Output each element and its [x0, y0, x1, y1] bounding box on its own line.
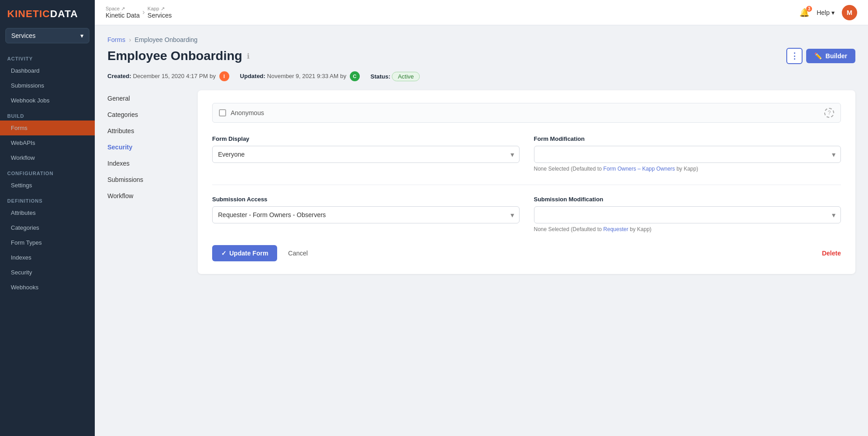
form-modification-label: Form Modification: [534, 135, 841, 142]
more-options-button[interactable]: ⋮: [786, 48, 803, 64]
security-form-panel: Anonymous ? Form Display Everyone Authen…: [198, 90, 855, 274]
anonymous-left: Anonymous: [219, 109, 264, 116]
sidebar: KINETICDATA Services ▾ Activity Dashboar…: [0, 0, 95, 436]
form-modification-select[interactable]: [534, 146, 841, 163]
notification-bell[interactable]: 🔔 3: [799, 8, 809, 18]
form-nav-security[interactable]: Security: [107, 139, 198, 155]
topbar-chevron-icon: ›: [142, 8, 144, 16]
breadcrumb-forms-link[interactable]: Forms: [107, 36, 125, 43]
sidebar-item-def-attributes[interactable]: Attributes: [0, 205, 95, 220]
form-display-select-wrapper: Everyone Authenticated Users Form Owners…: [212, 146, 520, 163]
created-value: December 15, 2020 4:17 PM by: [133, 73, 216, 79]
topbar-right: 🔔 3 Help ▾ M: [799, 5, 857, 20]
form-nav-submissions[interactable]: Submissions: [107, 172, 198, 188]
form-nav-indexes[interactable]: Indexes: [107, 155, 198, 172]
services-dropdown[interactable]: Services ▾: [5, 28, 89, 43]
sidebar-item-def-webhooks[interactable]: Webhooks: [0, 280, 95, 295]
created-user-dot: I: [219, 71, 229, 81]
sidebar-item-dashboard[interactable]: Dashboard: [0, 63, 95, 78]
form-modification-group: Form Modification None Selected (Default…: [534, 135, 841, 172]
help-label: Help: [817, 9, 830, 16]
form-display-select[interactable]: Everyone Authenticated Users Form Owners…: [212, 146, 520, 163]
submission-modification-hint-link[interactable]: Requester: [603, 226, 628, 232]
anonymous-checkbox[interactable]: [219, 109, 226, 116]
logo: KINETICDATA: [0, 0, 95, 28]
kapp-name: Services: [148, 12, 172, 19]
sidebar-item-forms[interactable]: Forms: [0, 121, 95, 135]
content-area: Forms › Employee Onboarding Employee Onb…: [95, 25, 868, 436]
breadcrumb-chevron-icon: ›: [129, 36, 131, 43]
sidebar-item-workflow[interactable]: Workflow: [0, 150, 95, 165]
form-nav: General Categories Attributes Security I…: [107, 90, 198, 274]
kapp-nav[interactable]: Kapp ↗ Services: [148, 6, 172, 19]
updated-label: Updated:: [240, 73, 265, 79]
page-title: Employee Onboarding: [107, 49, 242, 63]
chevron-down-icon: ▾: [831, 9, 835, 16]
section-divider: [212, 185, 841, 185]
page-header: Employee Onboarding ℹ ⋮ ✏️ Builder: [107, 48, 855, 64]
builder-label: Builder: [826, 52, 847, 60]
sidebar-item-webhook-jobs[interactable]: Webhook Jobs: [0, 93, 95, 108]
kapp-label: Kapp ↗: [148, 6, 172, 12]
sidebar-item-settings[interactable]: Settings: [0, 178, 95, 193]
form-actions: ✓ Update Form Cancel Delete: [212, 245, 841, 261]
status-badge: Active: [392, 72, 419, 81]
anonymous-help-icon[interactable]: ?: [824, 108, 834, 118]
form-nav-categories[interactable]: Categories: [107, 107, 198, 123]
update-form-button[interactable]: ✓ Update Form: [212, 245, 277, 261]
info-icon[interactable]: ℹ: [247, 52, 250, 60]
form-nav-general[interactable]: General: [107, 90, 198, 107]
update-form-label: Update Form: [229, 250, 268, 257]
delete-button[interactable]: Delete: [822, 250, 841, 257]
submission-modification-select-wrapper: [534, 206, 841, 223]
chevron-down-icon: ▾: [80, 32, 84, 39]
form-nav-attributes[interactable]: Attributes: [107, 123, 198, 139]
sidebar-item-def-indexes[interactable]: Indexes: [0, 250, 95, 265]
created-label: Created:: [107, 73, 131, 79]
form-layout: General Categories Attributes Security I…: [107, 90, 855, 274]
submission-modification-group: Submission Modification None Selected (D…: [534, 196, 841, 232]
breadcrumb: Forms › Employee Onboarding: [107, 36, 855, 43]
sidebar-item-def-form-types[interactable]: Form Types: [0, 235, 95, 250]
logo-kinetic: KINETIC: [7, 8, 50, 19]
builder-button[interactable]: ✏️ Builder: [806, 49, 855, 63]
header-actions: ⋮ ✏️ Builder: [786, 48, 855, 64]
build-section-label: Build: [0, 108, 95, 121]
configuration-section-label: Configuration: [0, 165, 95, 178]
topbar-breadcrumb: Space ↗ Kinetic Data › Kapp ↗ Services: [106, 6, 172, 19]
space-label: Space ↗: [106, 6, 139, 12]
form-display-group: Form Display Everyone Authenticated User…: [212, 135, 520, 172]
sidebar-item-webapis[interactable]: WebAPIs: [0, 135, 95, 150]
submission-access-select-wrapper: Requester - Form Owners - Observers Ever…: [212, 206, 520, 223]
builder-icon: ✏️: [814, 52, 822, 60]
submission-modification-select[interactable]: [534, 206, 841, 223]
submission-access-select[interactable]: Requester - Form Owners - Observers Ever…: [212, 206, 520, 223]
submission-modification-label: Submission Modification: [534, 196, 841, 203]
user-avatar[interactable]: M: [842, 5, 857, 20]
notification-badge: 3: [806, 6, 812, 12]
anonymous-row: Anonymous ?: [212, 103, 841, 123]
updated-user-dot: C: [350, 71, 360, 81]
space-nav[interactable]: Space ↗ Kinetic Data: [106, 6, 139, 19]
form-modification-hint-link[interactable]: Form Owners – Kapp Owners: [603, 166, 675, 172]
definitions-section-label: Definitions: [0, 193, 95, 205]
help-button[interactable]: Help ▾: [817, 9, 835, 16]
meta-row: Created: December 15, 2020 4:17 PM by I …: [107, 71, 855, 81]
sidebar-item-def-security[interactable]: Security: [0, 265, 95, 280]
form-nav-workflow[interactable]: Workflow: [107, 188, 198, 204]
submission-access-group: Submission Access Requester - Form Owner…: [212, 196, 520, 232]
form-actions-left: ✓ Update Form Cancel: [212, 245, 313, 261]
submission-modification-hint: None Selected (Defaulted to Requester by…: [534, 226, 841, 232]
space-name: Kinetic Data: [106, 12, 139, 19]
sidebar-item-def-categories[interactable]: Categories: [0, 220, 95, 235]
sidebar-item-submissions[interactable]: Submissions: [0, 78, 95, 93]
logo-data: DATA: [50, 8, 78, 19]
main-area: Space ↗ Kinetic Data › Kapp ↗ Services 🔔…: [95, 0, 868, 436]
submission-access-label: Submission Access: [212, 196, 520, 203]
security-row-2: Submission Access Requester - Form Owner…: [212, 196, 841, 232]
page-title-row: Employee Onboarding ℹ: [107, 49, 250, 63]
form-modification-hint: None Selected (Defaulted to Form Owners …: [534, 166, 841, 172]
topbar: Space ↗ Kinetic Data › Kapp ↗ Services 🔔…: [95, 0, 868, 25]
form-display-label: Form Display: [212, 135, 520, 142]
cancel-button[interactable]: Cancel: [283, 245, 313, 261]
